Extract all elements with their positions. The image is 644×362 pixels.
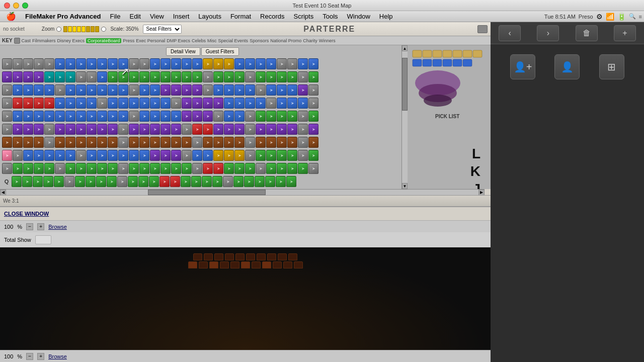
seat[interactable]	[55, 163, 65, 174]
seat[interactable]	[298, 71, 308, 82]
seat[interactable]	[22, 176, 32, 187]
seat[interactable]	[203, 111, 213, 122]
seat[interactable]	[159, 176, 170, 187]
seat[interactable]	[256, 111, 266, 122]
seat[interactable]	[171, 150, 181, 161]
seat[interactable]	[34, 124, 44, 135]
seat-canvas[interactable]: Detail View Guest Filters	[0, 45, 401, 189]
seat[interactable]	[160, 150, 171, 161]
seat[interactable]	[245, 163, 255, 174]
seat[interactable]	[277, 150, 287, 161]
seat[interactable]	[129, 98, 139, 109]
seat[interactable]	[44, 84, 54, 96]
seat[interactable]	[266, 137, 276, 148]
seat[interactable]	[181, 176, 191, 187]
menu-help[interactable]: Help	[375, 12, 397, 21]
seat[interactable]	[203, 163, 213, 174]
seat[interactable]	[23, 71, 33, 82]
seat[interactable]	[65, 163, 75, 174]
seat[interactable]	[256, 98, 266, 109]
seat[interactable]	[182, 150, 192, 161]
seat[interactable]	[213, 84, 223, 96]
seat[interactable]	[13, 58, 23, 69]
seat[interactable]	[13, 137, 23, 148]
seat[interactable]	[44, 98, 54, 109]
seat[interactable]	[182, 71, 192, 82]
zoom-seg-8[interactable]	[95, 26, 99, 32]
seat[interactable]	[287, 137, 297, 148]
detail-view-button[interactable]: Detail View	[166, 47, 200, 56]
seat[interactable]	[245, 71, 255, 82]
menu-scripts[interactable]: Scripts	[289, 12, 317, 21]
seat[interactable]	[138, 176, 148, 187]
seat[interactable]	[150, 163, 160, 174]
tab-national[interactable]: National Promo	[270, 38, 301, 43]
seat[interactable]	[129, 163, 139, 174]
seat[interactable]	[298, 150, 308, 161]
tab-sponsors[interactable]: Sponsors	[250, 38, 269, 43]
forward-button[interactable]: ›	[537, 25, 559, 41]
menu-edit[interactable]: Edit	[125, 12, 144, 21]
seat[interactable]	[287, 71, 297, 82]
seat[interactable]	[87, 111, 97, 122]
seat[interactable]	[75, 176, 85, 187]
seat[interactable]	[223, 176, 233, 187]
seat[interactable]	[87, 150, 97, 161]
seat[interactable]	[287, 111, 297, 122]
seat[interactable]	[149, 176, 159, 187]
seat[interactable]	[65, 84, 75, 96]
seat[interactable]	[150, 150, 160, 161]
seat[interactable]	[23, 124, 33, 135]
seat[interactable]	[298, 111, 308, 122]
seat[interactable]	[86, 176, 96, 187]
seat[interactable]	[277, 124, 287, 135]
seat[interactable]	[308, 163, 318, 174]
seat[interactable]	[44, 137, 54, 148]
seat[interactable]	[65, 58, 75, 69]
seat[interactable]	[245, 98, 255, 109]
seat[interactable]	[34, 163, 44, 174]
zoom-seg-2[interactable]	[68, 26, 72, 32]
seat[interactable]	[87, 137, 97, 148]
seat[interactable]	[55, 71, 65, 82]
seat[interactable]	[13, 84, 23, 96]
zoom-minus-2[interactable]: −	[26, 353, 33, 360]
seat-filter-select[interactable]: Seat Filters All Seats Available Sold	[143, 25, 182, 34]
zoom-seg-3[interactable]	[72, 26, 76, 32]
seat[interactable]	[192, 124, 202, 135]
seat[interactable]	[87, 163, 97, 174]
tab-filmmakers[interactable]: Filmmakers	[32, 38, 56, 43]
seat[interactable]	[224, 58, 234, 69]
seat[interactable]	[266, 163, 276, 174]
seat[interactable]	[224, 71, 234, 82]
seat[interactable]	[287, 84, 297, 96]
seat[interactable]	[118, 137, 128, 148]
seat[interactable]	[171, 111, 181, 122]
seat[interactable]	[266, 98, 276, 109]
seat[interactable]	[245, 124, 255, 135]
add-button[interactable]: +	[614, 25, 636, 41]
tab-winners[interactable]: Winners	[319, 38, 336, 43]
seat[interactable]	[44, 163, 54, 174]
zoom-plus-2[interactable]: +	[37, 353, 44, 360]
seat[interactable]	[245, 111, 255, 122]
seat[interactable]	[256, 150, 266, 161]
seat[interactable]	[308, 111, 318, 122]
seat[interactable]	[224, 111, 234, 122]
seat[interactable]	[87, 124, 97, 135]
menu-view[interactable]: View	[146, 12, 168, 21]
tab-dmp[interactable]: DMP Execs	[167, 38, 190, 43]
seat[interactable]	[2, 163, 12, 174]
seat[interactable]	[171, 98, 181, 109]
seat[interactable]	[277, 98, 287, 109]
seat[interactable]	[171, 71, 181, 82]
seat[interactable]	[55, 98, 65, 109]
search-icon[interactable]: 🔍	[629, 13, 636, 20]
seat[interactable]	[65, 150, 75, 161]
seat[interactable]	[139, 84, 149, 96]
seat[interactable]	[118, 150, 128, 161]
seat[interactable]	[2, 71, 12, 82]
seat[interactable]	[182, 58, 192, 69]
seat[interactable]	[33, 176, 43, 187]
seat[interactable]	[160, 111, 171, 122]
